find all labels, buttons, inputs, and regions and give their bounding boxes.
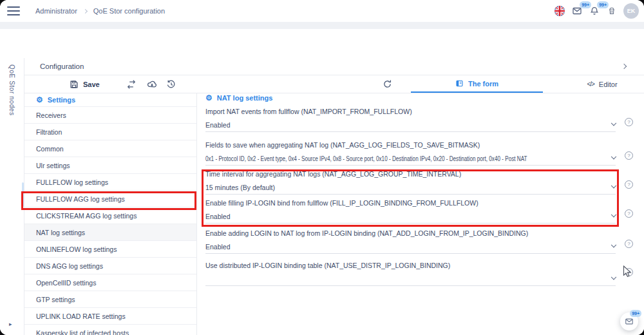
sidebar-item-nat-log-settings[interactable]: NAT log settings bbox=[24, 224, 196, 241]
field-label: Time interval for aggregating NAT logs (… bbox=[205, 170, 616, 178]
save-button-label: Save bbox=[83, 81, 100, 88]
help-icon[interactable]: ? bbox=[625, 240, 633, 248]
field-value: 0x1 - Protocol ID, 0x2 - Event type, 0x4… bbox=[205, 155, 527, 162]
language-flag-icon[interactable] bbox=[554, 5, 565, 17]
form-header: ⚙ NAT log settings bbox=[205, 94, 272, 102]
mail-icon bbox=[625, 317, 634, 326]
field-nat-import-from-fullflow: Import NAT events from fullflow (NAT_IMP… bbox=[205, 108, 616, 132]
editor-code-icon: </> bbox=[587, 81, 594, 88]
sidebar-item-ulr-settings[interactable]: Ulr settings bbox=[24, 157, 196, 174]
help-icon[interactable]: ? bbox=[625, 180, 633, 189]
field-label: Use distributed IP-LOGIN binding table (… bbox=[205, 262, 616, 269]
configuration-title: Configuration bbox=[40, 62, 84, 70]
form-toolbar: Save The form </> Editor bbox=[24, 75, 644, 93]
save-button[interactable]: Save bbox=[70, 78, 100, 91]
expand-chevron-icon[interactable] bbox=[621, 64, 627, 69]
nat-log-settings-form: ⚙ NAT log settings Import NAT events fro… bbox=[198, 93, 644, 335]
breadcrumb-administrator[interactable]: Administrator bbox=[35, 7, 77, 15]
trash-icon[interactable] bbox=[606, 5, 618, 17]
chevron-down-icon bbox=[611, 154, 616, 159]
form-tab-icon bbox=[455, 79, 464, 88]
settings-list: Receivers Filtration Common Ulr settings… bbox=[24, 106, 196, 335]
configuration-section-header[interactable]: Configuration bbox=[24, 58, 644, 75]
field-value: Enabled bbox=[205, 121, 231, 129]
help-icon[interactable]: ? bbox=[625, 209, 633, 218]
sidebar-item-receivers[interactable]: Receivers bbox=[24, 107, 196, 124]
user-avatar[interactable]: EK bbox=[623, 3, 639, 19]
help-icon[interactable]: ? bbox=[625, 151, 633, 160]
repeat-sync-icon[interactable] bbox=[126, 79, 137, 90]
tab-the-form[interactable]: The form bbox=[411, 75, 543, 93]
field-nat-add-login-from-ip-login-binding: Enable adding LOGIN to NAT log from IP-L… bbox=[205, 229, 616, 254]
header-divider-band bbox=[0, 22, 644, 29]
sidebar-item-uplink-load-rate-settings[interactable]: UPLINK LOAD RATE settings bbox=[24, 308, 196, 325]
field-value: 15 minutes (By default) bbox=[205, 184, 275, 191]
tab-editor-label: Editor bbox=[599, 81, 618, 88]
chevron-down-icon bbox=[611, 274, 616, 280]
field-label: Import NAT events from fullflow (NAT_IMP… bbox=[205, 108, 616, 115]
field-select[interactable] bbox=[205, 273, 616, 286]
tab-the-form-label: The form bbox=[468, 80, 498, 88]
content-area: QoE Stor nodes ▸ Configuration Save bbox=[0, 29, 644, 335]
scrollbar-thumb[interactable] bbox=[22, 182, 24, 207]
sidebar-item-fullflow-agg-log-settings[interactable]: FULLFLOW AGG log settings bbox=[24, 191, 196, 207]
rail-expand-arrow-icon[interactable]: ▸ bbox=[9, 321, 12, 327]
save-floppy-icon bbox=[70, 80, 79, 89]
sidebar-item-gtp-settings[interactable]: GTP settings bbox=[24, 291, 196, 308]
breadcrumb: Administrator QoE Stor configuration bbox=[35, 0, 165, 22]
breadcrumb-separator-icon bbox=[83, 9, 88, 14]
sidebar-item-opencellid-settings[interactable]: OpenCellID settings bbox=[24, 274, 196, 291]
sidebar-item-clickstream-agg-log-settings[interactable]: CLICKSTREAM AGG log settings bbox=[24, 207, 196, 224]
sidebar-item-dns-agg-log-settings[interactable]: DNS AGG log settings bbox=[24, 258, 196, 274]
field-select[interactable]: Enabled bbox=[205, 210, 616, 224]
qoe-stor-nodes-rail: QoE Stor nodes ▸ bbox=[0, 58, 24, 335]
field-label: Enable filling IP-LOGIN bind from fullfl… bbox=[205, 199, 616, 207]
field-nat-use-distr-ip-login-binding: Use distributed IP-LOGIN binding table (… bbox=[205, 262, 616, 286]
field-select[interactable]: Enabled bbox=[205, 119, 616, 132]
field-value: Enabled bbox=[205, 213, 231, 220]
chevron-down-icon bbox=[611, 183, 616, 188]
breadcrumb-qoe-stor-configuration[interactable]: QoE Stor configuration bbox=[93, 7, 165, 15]
top-header: Administrator QoE Stor configuration bbox=[0, 0, 644, 22]
sidebar-item-kaspersky-list[interactable]: Kaspersky list of infected hosts bbox=[24, 325, 196, 335]
notifications-bell-icon[interactable]: 99+ bbox=[589, 5, 600, 17]
refresh-icon[interactable] bbox=[383, 79, 393, 90]
sidebar-item-filtration[interactable]: Filtration bbox=[24, 124, 196, 140]
tab-editor[interactable]: </> Editor bbox=[560, 75, 644, 93]
gears-icon: ⚙ bbox=[36, 96, 43, 104]
floating-count-badge: 99+ bbox=[630, 310, 641, 317]
qoe-stor-nodes-label: QoE Stor nodes bbox=[8, 64, 15, 116]
field-label: Fields to save when aggregating NAT log … bbox=[205, 141, 616, 149]
settings-panel-title: Settings bbox=[48, 96, 75, 104]
field-select[interactable]: 15 minutes (By default) bbox=[205, 181, 616, 195]
app-window: Administrator QoE Stor configuration bbox=[0, 0, 644, 335]
field-label: Enable adding LOGIN to NAT log from IP-L… bbox=[205, 229, 616, 237]
sidebar-item-common[interactable]: Common bbox=[24, 140, 196, 157]
gear-icon: ⚙ bbox=[205, 94, 213, 102]
field-select[interactable]: Enabled bbox=[205, 240, 616, 254]
field-fill-ip-login-binding-from-fullflow: Enable filling IP-LOGIN bind from fullfl… bbox=[205, 199, 616, 224]
settings-panel-header: ⚙ Settings bbox=[24, 93, 196, 106]
hamburger-menu-icon[interactable] bbox=[7, 6, 20, 15]
messages-icon[interactable]: 99+ bbox=[571, 5, 583, 17]
sidebar-item-fullflow-log-settings[interactable]: FULLFLOW log settings bbox=[24, 174, 196, 191]
chevron-down-icon bbox=[611, 242, 616, 247]
field-nat-agg-log-group-time-interval: Time interval for aggregating NAT logs (… bbox=[205, 170, 616, 195]
chevron-down-icon bbox=[611, 212, 616, 217]
help-icon[interactable]: ? bbox=[625, 118, 633, 126]
floating-messages-button[interactable]: 99+ bbox=[620, 312, 638, 330]
history-icon[interactable] bbox=[166, 79, 176, 90]
cloud-download-icon[interactable] bbox=[147, 79, 157, 90]
sidebar-item-onlineflow-log-settings[interactable]: ONLINEFLOW log settings bbox=[24, 241, 196, 258]
help-icon[interactable]: ? bbox=[625, 268, 633, 276]
field-value: Enabled bbox=[205, 243, 231, 251]
form-title: NAT log settings bbox=[217, 94, 273, 102]
chevron-down-icon bbox=[611, 120, 616, 126]
field-nat-agg-log-fields-bitmask: Fields to save when aggregating NAT log … bbox=[205, 141, 616, 166]
settings-panel: ⚙ Settings Receivers Filtration Common U… bbox=[24, 93, 197, 335]
field-select[interactable]: 0x1 - Protocol ID, 0x2 - Event type, 0x4… bbox=[205, 152, 616, 166]
